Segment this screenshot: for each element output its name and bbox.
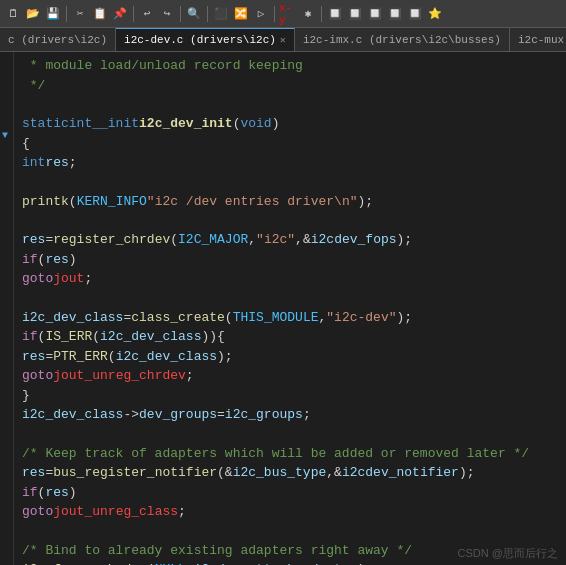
toolbar-icon-10[interactable]: 🔲 bbox=[326, 5, 344, 23]
code-line: if (res) bbox=[14, 250, 566, 270]
gutter: ▼ bbox=[0, 52, 14, 565]
code-line: i2c_dev_class = class_create(THIS_MODULE… bbox=[14, 308, 566, 328]
code-line: int res; bbox=[14, 153, 566, 173]
toolbar-icon-undo[interactable]: ↩ bbox=[138, 5, 156, 23]
toolbar-icon-8[interactable]: x-y bbox=[279, 5, 297, 23]
code-line bbox=[14, 95, 566, 114]
toolbar: 🗒 📂 💾 ✂ 📋 📌 ↩ ↪ 🔍 ⬛ 🔀 ▷ x-y ✱ 🔲 🔲 🔲 🔲 🔲 … bbox=[0, 0, 566, 28]
code-line bbox=[14, 289, 566, 308]
tab-i2c-mux[interactable]: i2c-mux.c (drivers\i2c) bbox=[510, 28, 566, 51]
code-line: goto jout_unreg_class; bbox=[14, 502, 566, 522]
code-line: static int __init i2c_dev_init(void) bbox=[14, 114, 566, 134]
code-line: if (IS_ERR(i2c_dev_class)) { bbox=[14, 327, 566, 347]
toolbar-icon-1[interactable]: 🗒 bbox=[4, 5, 22, 23]
toolbar-icon-redo[interactable]: ↪ bbox=[158, 5, 176, 23]
code-line: */ bbox=[14, 76, 566, 96]
tab-bar: c (drivers\i2c) i2c-dev.c (drivers\i2c) … bbox=[0, 28, 566, 52]
code-line bbox=[14, 425, 566, 444]
toolbar-icon-13[interactable]: 🔲 bbox=[386, 5, 404, 23]
code-line bbox=[14, 173, 566, 192]
toolbar-icon-7[interactable]: ▷ bbox=[252, 5, 270, 23]
code-line: res = PTR_ERR(i2c_dev_class); bbox=[14, 347, 566, 367]
code-line: i2c_dev_class->dev_groups = i2c_groups; bbox=[14, 405, 566, 425]
toolbar-icon-2[interactable]: 📂 bbox=[24, 5, 42, 23]
code-line: /* Keep track of adapters which will be … bbox=[14, 444, 566, 464]
code-line: res = register_chrdev(I2C_MAJOR, "i2c", … bbox=[14, 230, 566, 250]
toolbar-icon-paste[interactable]: 📌 bbox=[111, 5, 129, 23]
gutter-collapse-arrow[interactable]: ▼ bbox=[2, 130, 8, 141]
code-line: printk(KERN_INFO "i2c /dev entries drive… bbox=[14, 192, 566, 212]
tab-i2c-dev[interactable]: i2c-dev.c (drivers\i2c) ✕ bbox=[116, 28, 295, 51]
tab-label: i2c-imx.c (drivers\i2c\busses) bbox=[303, 34, 501, 46]
toolbar-icon-6[interactable]: 🔀 bbox=[232, 5, 250, 23]
toolbar-icon-copy[interactable]: 📋 bbox=[91, 5, 109, 23]
toolbar-icon-14[interactable]: 🔲 bbox=[406, 5, 424, 23]
toolbar-icon-12[interactable]: 🔲 bbox=[366, 5, 384, 23]
tab-label: i2c-dev.c (drivers\i2c) bbox=[124, 34, 276, 46]
code-line: if (res) bbox=[14, 483, 566, 503]
code-line: { bbox=[14, 134, 566, 154]
code-line: goto jout; bbox=[14, 269, 566, 289]
tab-close-icon[interactable]: ✕ bbox=[280, 34, 286, 46]
toolbar-icon-3[interactable]: 💾 bbox=[44, 5, 62, 23]
toolbar-icon-5[interactable]: ⬛ bbox=[212, 5, 230, 23]
watermark: CSDN @思而后行之 bbox=[458, 546, 558, 561]
editor-area: ▼ * module load/unload record keeping */… bbox=[0, 52, 566, 565]
tab-label: i2c-mux.c (drivers\i2c) bbox=[518, 34, 566, 46]
tab-i2c-imx[interactable]: i2c-imx.c (drivers\i2c\busses) bbox=[295, 28, 510, 51]
toolbar-icon-15[interactable]: ⭐ bbox=[426, 5, 444, 23]
toolbar-icon-search[interactable]: 🔍 bbox=[185, 5, 203, 23]
code-line: } bbox=[14, 386, 566, 406]
tab-c-drivers[interactable]: c (drivers\i2c) bbox=[0, 28, 116, 51]
code-line: res = bus_register_notifier(&i2c_bus_typ… bbox=[14, 463, 566, 483]
toolbar-icon-11[interactable]: 🔲 bbox=[346, 5, 364, 23]
toolbar-icon-9[interactable]: ✱ bbox=[299, 5, 317, 23]
tab-label: c (drivers\i2c) bbox=[8, 34, 107, 46]
code-line: * module load/unload record keeping bbox=[14, 56, 566, 76]
toolbar-icon-cut[interactable]: ✂ bbox=[71, 5, 89, 23]
code-line bbox=[14, 211, 566, 230]
code-line: goto jout_unreg_chrdev; bbox=[14, 366, 566, 386]
code-line bbox=[14, 522, 566, 541]
code-content[interactable]: * module load/unload record keeping */ s… bbox=[14, 52, 566, 565]
